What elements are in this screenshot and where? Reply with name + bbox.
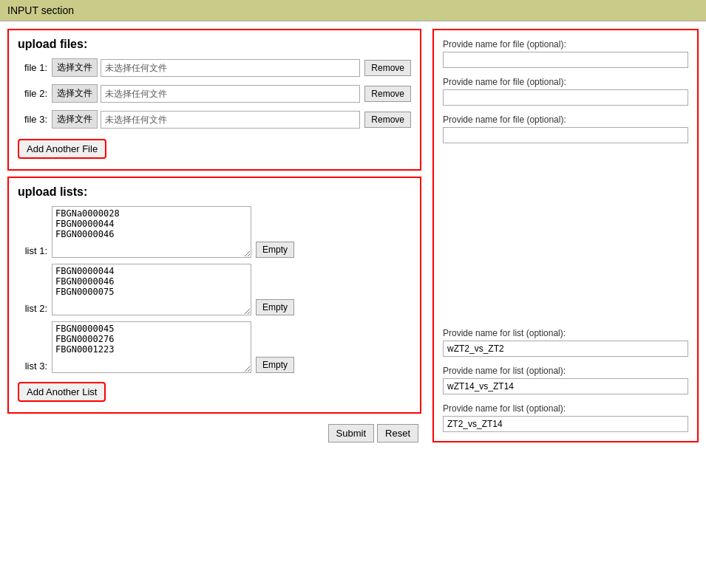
remove-file-button-3[interactable]: Remove	[364, 112, 411, 128]
file-label-3: file 3:	[18, 114, 47, 125]
file-name-input-1[interactable]	[443, 52, 688, 68]
file-name-group-2: Provide name for file (optional):	[443, 77, 688, 106]
add-another-file-button[interactable]: Add Another File	[18, 139, 106, 159]
empty-list-button-3[interactable]: Empty	[256, 357, 294, 373]
reset-button[interactable]: Reset	[377, 424, 418, 442]
file-name-label-3: Provide name for file (optional):	[443, 114, 688, 125]
list-row-3: list 3: Empty	[18, 321, 411, 373]
file-name-display-3: 未选择任何文件	[101, 111, 360, 129]
list-textarea-2[interactable]	[52, 264, 251, 315]
file-name-label-2: Provide name for file (optional):	[443, 77, 688, 87]
file-row-3: file 3: 选择文件 未选择任何文件 Remove	[18, 110, 411, 129]
upload-files-title: upload files:	[18, 38, 411, 51]
list-label-1: list 1:	[18, 245, 47, 258]
list-label-2: list 2:	[18, 303, 47, 315]
file-input-wrapper-3: 选择文件 未选择任何文件	[52, 110, 360, 129]
right-panel: Provide name for file (optional): Provid…	[432, 29, 699, 442]
form-actions: Submit Reset	[7, 424, 421, 442]
list-name-input-2[interactable]	[443, 378, 688, 394]
page-header: INPUT section	[0, 0, 706, 21]
empty-list-button-2[interactable]: Empty	[256, 299, 294, 315]
list-name-input-1[interactable]	[443, 341, 688, 357]
file-name-label-1: Provide name for file (optional):	[443, 39, 688, 49]
list-name-group-3: Provide name for list (optional):	[443, 403, 688, 432]
list-name-label-1: Provide name for list (optional):	[443, 328, 688, 338]
choose-file-button-2[interactable]: 选择文件	[52, 84, 98, 103]
remove-file-button-1[interactable]: Remove	[364, 60, 411, 76]
file-row-1: file 1: 选择文件 未选择任何文件 Remove	[18, 58, 411, 77]
list-name-label-3: Provide name for list (optional):	[443, 403, 688, 414]
file-input-wrapper-2: 选择文件 未选择任何文件	[52, 84, 360, 103]
choose-file-button-1[interactable]: 选择文件	[52, 58, 98, 77]
file-name-input-3[interactable]	[443, 127, 688, 143]
file-row-2: file 2: 选择文件 未选择任何文件 Remove	[18, 84, 411, 103]
empty-list-button-1[interactable]: Empty	[256, 242, 294, 258]
list-name-group-2: Provide name for list (optional):	[443, 366, 688, 394]
spacer	[443, 152, 688, 319]
list-row-1: list 1: Empty	[18, 206, 411, 258]
submit-button[interactable]: Submit	[328, 424, 374, 442]
add-another-list-button[interactable]: Add Another List	[18, 382, 106, 402]
file-label-2: file 2:	[18, 88, 47, 99]
list-label-3: list 3:	[18, 360, 47, 373]
list-name-input-3[interactable]	[443, 416, 688, 432]
list-name-label-2: Provide name for list (optional):	[443, 366, 688, 376]
file-name-group-1: Provide name for file (optional):	[443, 39, 688, 68]
list-textarea-1[interactable]	[52, 206, 251, 258]
file-name-group-3: Provide name for file (optional):	[443, 114, 688, 143]
file-input-wrapper-1: 选择文件 未选择任何文件	[52, 58, 360, 77]
upload-files-section: upload files: file 1: 选择文件 未选择任何文件 Remov…	[7, 29, 421, 171]
choose-file-button-3[interactable]: 选择文件	[52, 110, 98, 129]
upload-lists-title: upload lists:	[18, 185, 411, 199]
remove-file-button-2[interactable]: Remove	[364, 86, 411, 102]
list-row-2: list 2: Empty	[18, 264, 411, 315]
header-title: INPUT section	[7, 4, 74, 16]
file-name-display-1: 未选择任何文件	[101, 59, 360, 77]
file-name-input-2[interactable]	[443, 89, 688, 106]
list-name-group-1: Provide name for list (optional):	[443, 328, 688, 357]
file-label-1: file 1:	[18, 62, 47, 73]
left-panel: upload files: file 1: 选择文件 未选择任何文件 Remov…	[7, 29, 421, 442]
file-name-display-2: 未选择任何文件	[101, 85, 360, 103]
list-textarea-3[interactable]	[52, 321, 251, 373]
upload-lists-section: upload lists: list 1: Empty list 2: Empt…	[7, 177, 421, 414]
